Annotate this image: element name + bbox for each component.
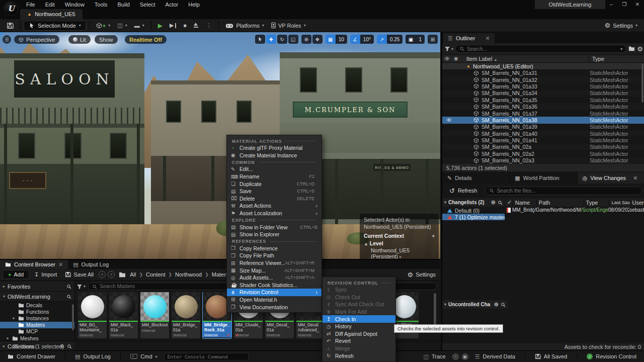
rotation-snap-value[interactable]: 10° — [360, 35, 374, 44]
minimize-button[interactable]: – — [605, 0, 618, 9]
rotate-tool-button[interactable]: ↻ — [277, 35, 287, 44]
lit-dropdown[interactable]: Lit — [68, 35, 91, 44]
current-context-header[interactable]: Current Context — [364, 233, 404, 239]
blueprints-button[interactable]: ◫▾ — [114, 21, 130, 30]
context-menu-item[interactable]: ⊞ Reference Viewer... ALT+SHIFT+R — [227, 259, 321, 267]
vp-roles-dropdown[interactable]: VP Roles ▾ — [268, 21, 309, 30]
name-column-header[interactable]: Name — [513, 200, 537, 206]
outliner-row[interactable]: SM_Barrels_NN_02a2 StaticMeshActor — [442, 150, 644, 157]
close-icon[interactable]: ✕ — [485, 35, 490, 42]
actor-label[interactable]: SM_Barrels_NN_01a31 — [481, 70, 590, 76]
breadcrumb-item[interactable]: Content❯ — [146, 272, 172, 278]
actor-label[interactable]: SM_Barrels_NN_02a — [481, 144, 590, 150]
tab-output-log[interactable]: ▤ Output Log — [68, 260, 114, 269]
context-menu-item[interactable]: ◔ Create glTF Proxy Material — [227, 144, 321, 152]
eject-button[interactable] — [190, 21, 202, 30]
submenu-item[interactable]: ◎ Check Out — [323, 294, 395, 301]
favorites-section[interactable]: ▸ Favorites — [0, 282, 74, 292]
folder-tree-item[interactable]: MCP — [0, 328, 74, 335]
context-menu-item[interactable]: ⌨ Rename F2 — [227, 173, 321, 180]
submenu-item[interactable]: ↻ Refresh — [323, 352, 395, 359]
context-menu-item[interactable]: ⌧ Delete DELETE — [227, 195, 321, 203]
submenu-item[interactable]: ↧ Sync — [323, 286, 395, 294]
asset-tile[interactable]: MM_Bridge_ 01a Material ✓ — [172, 292, 200, 338]
level-dropdown[interactable]: Northwood_UE5 (Persistent) — [371, 247, 410, 259]
scale-snap-control[interactable]: ↗ 0.25 — [377, 35, 403, 44]
outliner-row[interactable]: SM_Barrels_NN_01a34 StaticMeshActor — [442, 90, 644, 97]
breadcrumb-item[interactable]: All❯ — [130, 272, 143, 278]
check-column-header[interactable]: ✓ — [505, 199, 513, 206]
camera-speed-control[interactable]: ▣ 1 — [406, 35, 425, 44]
menu-item[interactable]: Edit — [40, 1, 60, 9]
cinematics-button[interactable]: ▬▾ — [131, 21, 148, 30]
context-menu-item[interactable]: ❐ Copy File Path — [227, 252, 321, 259]
insights-icon[interactable]: ◔ — [452, 353, 459, 360]
import-button[interactable]: ↧Import — [31, 270, 60, 279]
menu-item[interactable]: Tools — [90, 1, 113, 9]
user-column-header[interactable]: User — [630, 200, 644, 206]
context-menu-item[interactable]: ⋔ Revision Control › — [227, 289, 321, 296]
add-changelist-icon[interactable]: ⊕ — [491, 199, 496, 206]
forward-button[interactable]: › — [108, 271, 115, 278]
outliner-row[interactable]: SM_Barrels_NN_02a StaticMeshActor — [442, 144, 644, 150]
screenshot-icon[interactable]: ▣ — [462, 353, 468, 360]
context-menu-item[interactable]: ⚑ Asset Localization › — [227, 210, 321, 217]
outliner-filter-button[interactable]: ▾ — [444, 46, 453, 52]
tab-content-browser[interactable]: Content Browser ✕ — [0, 260, 68, 269]
folder-tree-item[interactable]: ▸ Meshes — [0, 335, 74, 341]
actor-label[interactable]: SM_Barrels_NN_01a32 — [481, 77, 590, 83]
outliner-search-input[interactable] — [467, 46, 618, 52]
context-menu-item[interactable]: ☕ Shader Cook Statistics... — [227, 282, 321, 289]
folder-tree-item[interactable]: Masters — [0, 322, 74, 328]
expand-arrow-icon[interactable]: ▸ — [6, 336, 10, 340]
content-drawer-button[interactable]: Content Drawer — [4, 352, 59, 360]
settings-dropdown[interactable]: ⚙ Settings ▾ — [601, 20, 641, 31]
folder-tree-item[interactable]: Functions — [0, 308, 74, 315]
actor-label[interactable]: SM_Barrels_NN_01a39 — [481, 124, 590, 130]
context-menu-item[interactable]: ▤ Show in Folder View CTRL+B — [227, 223, 321, 231]
asset-tile[interactable]: MM_BG_ Mountains_ Material ✓ — [78, 292, 107, 338]
platforms-dropdown[interactable]: Platforms ▾ — [222, 21, 267, 30]
changed-file-row[interactable]: MM_Bridge /Game/Northwood/Mater /Script/… — [505, 207, 644, 213]
context-menu-item[interactable]: ❐ Copy Reference — [227, 245, 321, 252]
search-icon[interactable] — [498, 200, 503, 205]
play-button[interactable]: ▶ — [154, 21, 166, 31]
grid-snap-value[interactable]: 10 — [336, 35, 347, 44]
new-folder-button[interactable] — [628, 46, 635, 52]
changelists-header[interactable]: ▾ Changelists (2) ⊕ — [442, 198, 505, 207]
context-menu-item[interactable]: ◉ Create Material Instance — [227, 152, 321, 159]
outliner-row[interactable]: SM_Barrels_NN_01a40 StaticMeshActor — [442, 130, 644, 137]
close-icon[interactable]: ✕ — [633, 175, 637, 182]
submenu-item[interactable]: ⇟ Sync And Check Out — [323, 301, 395, 308]
output-log-button[interactable]: ▤Output Log — [71, 352, 114, 361]
submenu-item[interactable]: ↶ Revert — [323, 337, 395, 345]
actor-label[interactable]: SM_Barrels_NN_01a36 — [481, 104, 590, 110]
actor-label[interactable]: SM_Barrels_NN_01a40 — [481, 131, 590, 137]
lastsave-column-header[interactable]: Last Save — [609, 200, 630, 205]
asset-tile[interactable]: MM_Blockout Material ✓ — [140, 292, 169, 338]
tab-world-partition[interactable]: ▦World Partition — [510, 172, 577, 184]
world-local-toggle[interactable]: ⊕ — [301, 35, 311, 44]
surface-snapping-button[interactable]: ❖ — [312, 35, 323, 44]
expand-arrow-icon[interactable]: ▸ — [12, 316, 16, 320]
actor-label[interactable]: SM_Barrels_NN_02a2 — [481, 151, 590, 157]
folder-tree-item[interactable]: Decals — [0, 302, 74, 308]
changelist-row[interactable]: 7 (1) Optimize master m — [442, 214, 505, 220]
outliner-settings-button[interactable]: ⚙ — [637, 45, 643, 53]
outliner-search-box[interactable]: ▾ — [455, 45, 626, 53]
outliner-root-row[interactable]: ▲ Northwood_UE5 (Editor) — [442, 63, 644, 69]
menu-item[interactable]: File — [21, 1, 40, 9]
actor-label[interactable]: SM_Barrels_NN_01a35 — [481, 97, 590, 103]
actor-label[interactable]: SM_Barrels_NN_01a41 — [481, 137, 590, 143]
menu-item[interactable]: Build — [113, 1, 135, 9]
menu-item[interactable]: Actor — [160, 1, 184, 9]
refresh-button[interactable]: ↺Refresh — [445, 186, 481, 196]
context-menu-item[interactable]: ◎ Audit Assets... ALT+SHIFT+A — [227, 274, 321, 282]
files-search-box[interactable] — [485, 187, 642, 195]
actor-label[interactable]: SM_Barrels_NN_01a34 — [481, 90, 590, 96]
maximize-viewport-button[interactable]: ⊞ — [428, 35, 438, 44]
outliner-row[interactable]: SM_Barrels_NN_01a37 StaticMeshActor — [442, 110, 644, 117]
menu-item[interactable]: Select — [135, 1, 160, 9]
outliner-row[interactable]: SM_Barrels_NN_01a35 StaticMeshActor — [442, 97, 644, 103]
rotation-snap-control[interactable]: ∠ 10° — [350, 35, 374, 44]
